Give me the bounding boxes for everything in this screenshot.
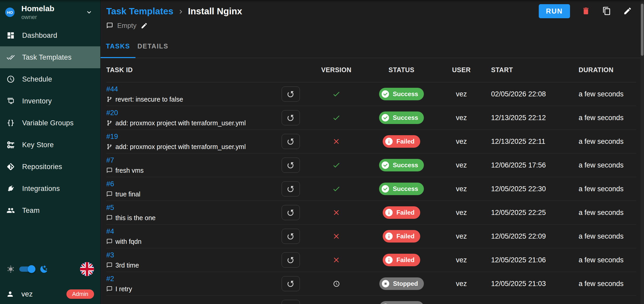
status-badge: Failed bbox=[383, 230, 420, 243]
sidebar-item-schedule[interactable]: Schedule bbox=[0, 68, 100, 90]
status-success-icon bbox=[381, 161, 390, 170]
rerun-task-button[interactable] bbox=[282, 110, 300, 125]
task-duration: a few seconds bbox=[571, 161, 636, 169]
task-message-text: add: proxmox project with terraform_user… bbox=[115, 143, 246, 151]
task-duration: a few seconds bbox=[571, 90, 636, 98]
dark-mode-toggle[interactable] bbox=[19, 266, 34, 272]
task-start: 12/05/2025 22:25 bbox=[485, 209, 571, 217]
sidebar: HO Homelab owner DashboardTask Templates… bbox=[0, 0, 101, 304]
scrollbar-thumb[interactable] bbox=[641, 4, 643, 56]
rerun-task-button[interactable] bbox=[282, 252, 300, 268]
sidebar-item-label: Dashboard bbox=[22, 32, 57, 40]
table-row: #4with fqdnFailedvez12/05/2025 22:09a fe… bbox=[106, 225, 636, 248]
task-cell: #4with fqdn bbox=[106, 227, 274, 245]
rerun-task-button[interactable] bbox=[282, 134, 300, 149]
version-cell bbox=[308, 280, 365, 287]
team-icon bbox=[7, 206, 15, 215]
edit-description-icon[interactable] bbox=[141, 22, 148, 29]
tab-details[interactable]: DETAILS bbox=[135, 34, 170, 58]
task-id-link[interactable]: #5 bbox=[106, 204, 114, 212]
source-branch-icon bbox=[106, 96, 113, 102]
task-user: vez bbox=[438, 161, 485, 169]
version-check-icon bbox=[332, 90, 340, 98]
sidebar-item-label: Inventory bbox=[22, 97, 52, 105]
task-id-link[interactable]: #3 bbox=[106, 251, 114, 259]
status-success-icon bbox=[381, 184, 390, 193]
variable-groups-icon bbox=[7, 119, 15, 127]
run-button[interactable]: RUN bbox=[539, 4, 570, 18]
version-cell bbox=[308, 232, 365, 240]
app-window: HO Homelab owner DashboardTask Templates… bbox=[0, 0, 644, 304]
task-start: 12/05/2025 22:09 bbox=[485, 232, 571, 240]
table-row: #20add: proxmox project with terraform_u… bbox=[106, 106, 636, 130]
sidebar-item-task-templates[interactable]: Task Templates bbox=[0, 46, 100, 68]
sidebar-item-integrations[interactable]: Integrations bbox=[0, 178, 100, 200]
project-avatar: HO bbox=[5, 8, 15, 17]
task-id-link[interactable]: #19 bbox=[106, 133, 118, 141]
task-id-link[interactable]: #6 bbox=[106, 180, 114, 188]
sidebar-item-dashboard[interactable]: Dashboard bbox=[0, 24, 100, 46]
version-cell bbox=[308, 114, 365, 122]
sidebar-item-repositories[interactable]: Repositories bbox=[0, 156, 100, 178]
table-row: #19add: proxmox project with terraform_u… bbox=[106, 130, 636, 153]
sidebar-item-label: Repositories bbox=[22, 163, 62, 171]
message-bubble-icon bbox=[106, 191, 113, 197]
tab-tasks[interactable]: TASKS bbox=[101, 34, 135, 58]
version-clock-icon bbox=[333, 280, 340, 287]
task-start: 12/05/2025 21:03 bbox=[485, 280, 571, 288]
rerun-cell bbox=[274, 134, 308, 149]
integrations-icon bbox=[7, 184, 15, 193]
task-id-link[interactable]: #7 bbox=[106, 156, 114, 164]
rerun-cell bbox=[274, 300, 308, 304]
sidebar-item-label: Variable Groups bbox=[22, 119, 74, 127]
task-id-link[interactable]: #4 bbox=[106, 227, 114, 235]
status-success-icon bbox=[381, 90, 390, 98]
sidebar-item-inventory[interactable]: Inventory bbox=[0, 90, 100, 112]
toggle-knob bbox=[28, 265, 35, 273]
uk-flag-icon[interactable] bbox=[80, 262, 94, 276]
rerun-task-button[interactable] bbox=[282, 205, 300, 220]
rerun-task-button[interactable] bbox=[282, 181, 300, 196]
copy-template-button[interactable] bbox=[602, 7, 612, 16]
rerun-task-button[interactable] bbox=[282, 276, 300, 291]
sidebar-item-label: Schedule bbox=[22, 75, 52, 83]
task-message: I retry bbox=[106, 285, 274, 293]
scrollbar-track[interactable] bbox=[640, 0, 644, 304]
version-cell bbox=[308, 208, 365, 217]
task-message: add: proxmox project with terraform_user… bbox=[106, 119, 274, 127]
rerun-task-button[interactable] bbox=[282, 229, 300, 244]
rerun-cell bbox=[274, 205, 308, 220]
status-cell: Success bbox=[365, 159, 438, 171]
status-badge: Stopped bbox=[379, 277, 424, 290]
schedule-icon bbox=[7, 75, 15, 83]
task-id-link[interactable]: #44 bbox=[106, 85, 118, 93]
breadcrumb-parent-link[interactable]: Task Templates bbox=[106, 6, 173, 16]
page-title: Install Nginx bbox=[188, 6, 242, 16]
rerun-task-button[interactable] bbox=[282, 158, 300, 173]
template-actions: RUN bbox=[539, 4, 633, 18]
status-label: Failed bbox=[397, 233, 414, 240]
sidebar-item-label: Key Store bbox=[22, 141, 54, 149]
task-templates-icon bbox=[7, 53, 15, 61]
status-label: Success bbox=[393, 185, 418, 193]
sidebar-item-variable-groups[interactable]: Variable Groups bbox=[0, 112, 100, 134]
task-id-link[interactable]: #20 bbox=[106, 109, 118, 117]
sidebar-item-label: Team bbox=[22, 207, 40, 215]
task-id-link[interactable]: #2 bbox=[106, 275, 114, 283]
status-label: Stopped bbox=[393, 280, 418, 287]
sidebar-item-key-store[interactable]: Key Store bbox=[0, 134, 100, 156]
project-selector[interactable]: HO Homelab owner bbox=[0, 0, 100, 24]
rerun-task-button[interactable] bbox=[282, 300, 300, 304]
status-failed-icon bbox=[385, 208, 393, 217]
task-message: 3rd time bbox=[106, 262, 274, 269]
sidebar-item-team[interactable]: Team bbox=[0, 200, 100, 221]
col-status: STATUS bbox=[365, 66, 438, 74]
user-row[interactable]: vez Admin bbox=[0, 287, 100, 301]
rerun-task-button[interactable] bbox=[282, 86, 300, 102]
status-failed-icon bbox=[385, 137, 393, 146]
edit-template-button[interactable] bbox=[623, 7, 633, 16]
task-user: vez bbox=[438, 256, 485, 264]
status-badge: Failed bbox=[383, 135, 420, 148]
delete-template-button[interactable] bbox=[581, 7, 591, 16]
status-badge: Failed bbox=[383, 206, 420, 219]
